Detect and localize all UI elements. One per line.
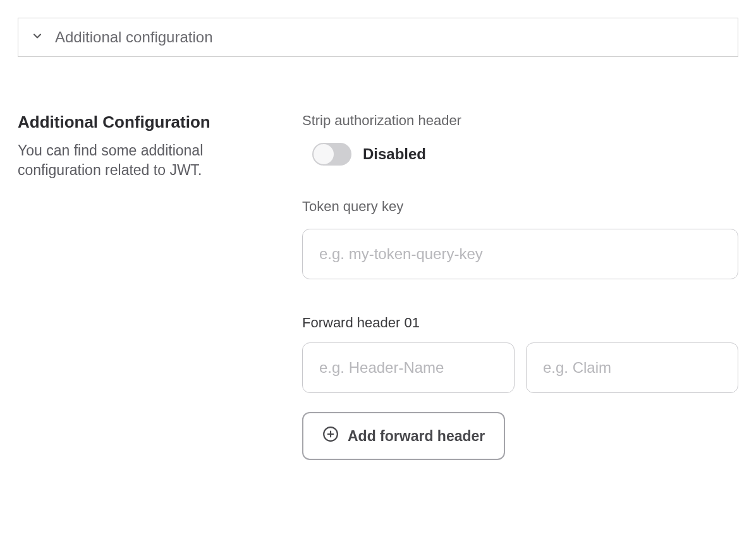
strip-auth-label: Strip authorization header bbox=[302, 112, 738, 129]
form-fields: Strip authorization header Disabled Toke… bbox=[302, 112, 738, 460]
forward-header-name-input[interactable] bbox=[302, 342, 515, 393]
strip-auth-group: Strip authorization header Disabled bbox=[302, 112, 738, 166]
forward-header-label: Forward header 01 bbox=[302, 315, 738, 331]
token-query-group: Token query key bbox=[302, 198, 738, 279]
strip-auth-status: Disabled bbox=[363, 145, 426, 163]
strip-auth-toggle-row: Disabled bbox=[302, 143, 738, 166]
chevron-down-icon bbox=[31, 30, 44, 45]
section-heading: Additional Configuration bbox=[18, 112, 277, 132]
token-query-input[interactable] bbox=[302, 229, 738, 279]
forward-header-group: Forward header 01 Add forward header bbox=[302, 315, 738, 460]
configuration-content: Additional Configuration You can find so… bbox=[18, 112, 738, 460]
add-forward-header-button[interactable]: Add forward header bbox=[302, 412, 505, 460]
toggle-knob bbox=[314, 144, 334, 164]
section-description: You can find some additional configurati… bbox=[18, 141, 277, 180]
strip-auth-toggle[interactable] bbox=[312, 143, 351, 166]
additional-configuration-accordion[interactable]: Additional configuration bbox=[18, 18, 738, 57]
accordion-title: Additional configuration bbox=[55, 28, 213, 46]
forward-header-claim-input[interactable] bbox=[526, 342, 738, 393]
section-info: Additional Configuration You can find so… bbox=[18, 112, 277, 460]
token-query-label: Token query key bbox=[302, 198, 738, 215]
add-forward-header-label: Add forward header bbox=[348, 428, 485, 445]
plus-circle-icon bbox=[322, 426, 339, 446]
forward-header-row bbox=[302, 342, 738, 393]
